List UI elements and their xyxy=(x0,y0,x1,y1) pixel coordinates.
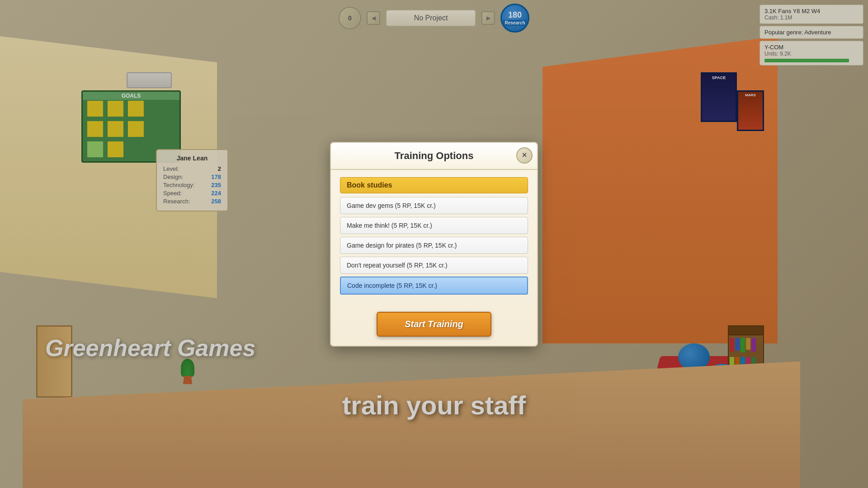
book-studies-header: Book studies xyxy=(340,177,528,193)
start-training-button[interactable]: Start Training xyxy=(377,312,491,337)
training-options-modal: × Training Options Book studies Game dev… xyxy=(330,142,538,347)
training-option-2[interactable]: Make me think! (5 RP, 15K cr.) xyxy=(340,217,528,234)
modal-footer: Start Training xyxy=(331,305,537,346)
modal-title: Training Options xyxy=(340,150,528,162)
modal-header: Training Options xyxy=(331,143,537,170)
training-option-3[interactable]: Game design for pirates (5 RP, 15K cr.) xyxy=(340,237,528,254)
modal-overlay: × Training Options Book studies Game dev… xyxy=(0,0,868,488)
modal-close-button[interactable]: × xyxy=(516,147,533,164)
training-option-1[interactable]: Game dev gems (5 RP, 15K cr.) xyxy=(340,197,528,214)
training-option-4[interactable]: Don't repeat yourself (5 RP, 15K cr.) xyxy=(340,257,528,274)
training-option-5[interactable]: Code incomplete (5 RP, 15K cr.) xyxy=(340,277,528,295)
modal-body: Book studies Game dev gems (5 RP, 15K cr… xyxy=(331,170,537,305)
